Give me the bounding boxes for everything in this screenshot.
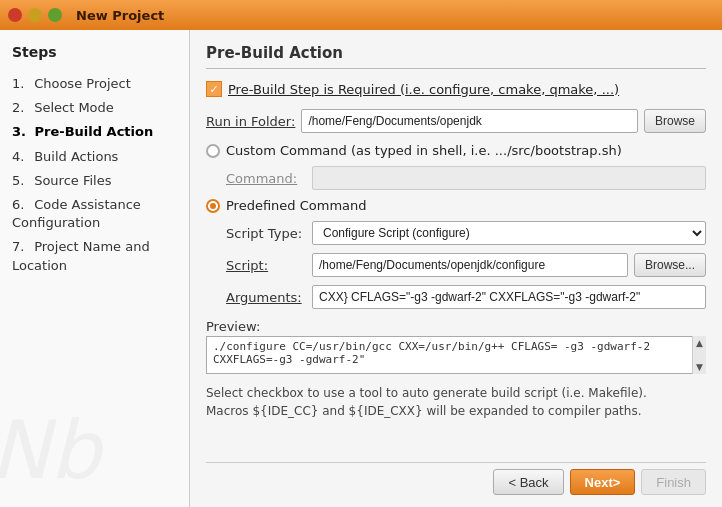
script-input[interactable] [312, 253, 628, 277]
predefined-label: Predefined Command [226, 198, 367, 213]
steps-heading: Steps [12, 44, 177, 60]
maximize-button[interactable] [48, 8, 62, 22]
step-7[interactable]: 7. Project Name and Location [12, 235, 177, 277]
step-3-active[interactable]: 3. Pre-Build Action [12, 120, 177, 144]
preview-box: ./configure CC=/usr/bin/gcc CXX=/usr/bin… [206, 336, 706, 374]
prebuild-checkbox-row[interactable]: Pre-Build Step is Required (i.e. configu… [206, 81, 706, 97]
left-panel: Steps 1. Choose Project 2. Select Mode 3… [0, 30, 190, 507]
next-button[interactable]: Next> [570, 469, 636, 495]
command-input[interactable] [312, 166, 706, 190]
browse-script-button[interactable]: Browse... [634, 253, 706, 277]
step-4[interactable]: 4. Build Actions [12, 145, 177, 169]
steps-list: 1. Choose Project 2. Select Mode 3. Pre-… [12, 72, 177, 278]
finish-button[interactable]: Finish [641, 469, 706, 495]
step-5[interactable]: 5. Source Files [12, 169, 177, 193]
command-label: Command: [226, 171, 306, 186]
step-1[interactable]: 1. Choose Project [12, 72, 177, 96]
preview-label: Preview: [206, 319, 706, 334]
run-in-folder-input[interactable] [301, 109, 638, 133]
predefined-radio[interactable] [206, 199, 220, 213]
scroll-down-icon[interactable]: ▼ [696, 362, 703, 372]
script-path-row: Script: Browse... [226, 253, 706, 277]
arguments-input[interactable] [312, 285, 706, 309]
main-container: Steps 1. Choose Project 2. Select Mode 3… [0, 30, 722, 507]
preview-scrollbar[interactable]: ▲ ▼ [692, 336, 706, 374]
script-label: Script: [226, 258, 306, 273]
prebuild-checkbox[interactable] [206, 81, 222, 97]
run-in-folder-label: Run in Folder: [206, 114, 295, 129]
watermark: Nb [0, 404, 101, 497]
script-type-select[interactable]: Configure Script (configure) CMake Scrip… [312, 221, 706, 245]
script-type-row: Script Type: Configure Script (configure… [226, 221, 706, 245]
info-line-2: Macros ${IDE_CC} and ${IDE_CXX} will be … [206, 402, 706, 420]
step-2[interactable]: 2. Select Mode [12, 96, 177, 120]
prebuild-checkbox-label: Pre-Build Step is Required (i.e. configu… [228, 82, 619, 97]
step-6[interactable]: 6. Code Assistance Configuration [12, 193, 177, 235]
predefined-radio-row[interactable]: Predefined Command [206, 198, 706, 213]
arguments-label: Arguments: [226, 290, 306, 305]
minimize-button[interactable] [28, 8, 42, 22]
custom-command-radio[interactable] [206, 144, 220, 158]
bottom-bar: < Back Next> Finish [206, 462, 706, 497]
browse-folder-button[interactable]: Browse [644, 109, 706, 133]
back-button[interactable]: < Back [493, 469, 563, 495]
window-title: New Project [76, 8, 164, 23]
preview-text: ./configure CC=/usr/bin/gcc CXX=/usr/bin… [213, 340, 650, 366]
preview-container: ./configure CC=/usr/bin/gcc CXX=/usr/bin… [206, 336, 706, 374]
custom-command-label: Custom Command (as typed in shell, i.e. … [226, 143, 622, 158]
right-panel: Pre-Build Action Pre-Build Step is Requi… [190, 30, 722, 507]
preview-section: Preview: ./configure CC=/usr/bin/gcc CXX… [206, 319, 706, 374]
custom-command-radio-row[interactable]: Custom Command (as typed in shell, i.e. … [206, 143, 706, 158]
close-button[interactable] [8, 8, 22, 22]
run-in-folder-row: Run in Folder: Browse [206, 109, 706, 133]
command-row: Command: [226, 166, 706, 190]
section-title: Pre-Build Action [206, 44, 706, 69]
info-line-1: Select checkbox to use a tool to auto ge… [206, 384, 706, 402]
script-type-label: Script Type: [226, 226, 306, 241]
titlebar: New Project [0, 0, 722, 30]
info-text: Select checkbox to use a tool to auto ge… [206, 384, 706, 420]
arguments-row: Arguments: [226, 285, 706, 309]
scroll-up-icon[interactable]: ▲ [696, 338, 703, 348]
